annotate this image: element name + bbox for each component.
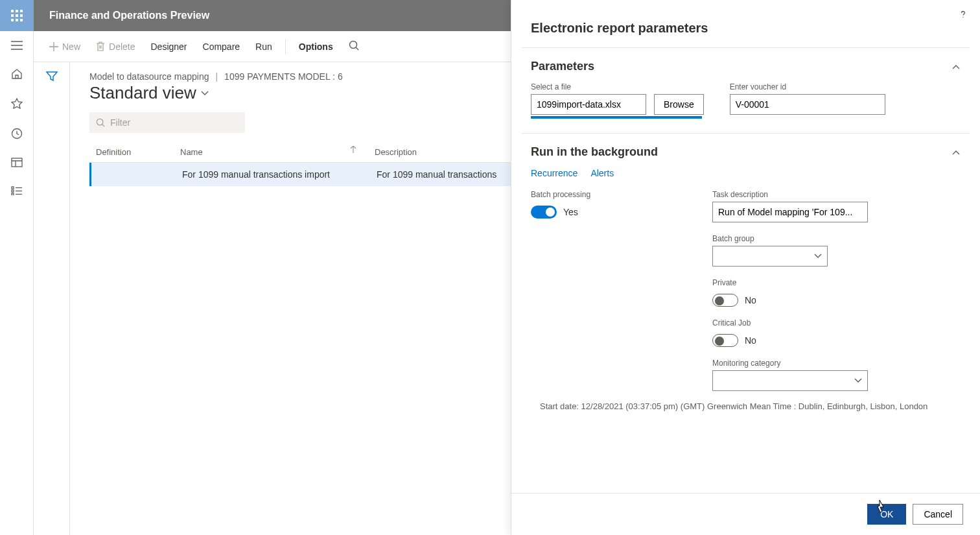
sort-ascending-icon xyxy=(350,146,356,154)
delete-label: Delete xyxy=(109,42,135,52)
run-label: Run xyxy=(255,42,272,52)
hamburger-icon[interactable] xyxy=(11,41,23,50)
batch-processing-toggle[interactable] xyxy=(531,206,557,219)
voucher-label: Enter voucher id xyxy=(730,82,885,91)
svg-rect-3 xyxy=(12,190,14,192)
clock-icon[interactable] xyxy=(11,128,23,139)
star-icon[interactable] xyxy=(11,98,23,110)
section-background: Run in the background Recurrence Alerts … xyxy=(522,133,970,425)
ok-button[interactable]: OK xyxy=(867,504,906,525)
recurrence-link[interactable]: Recurrence xyxy=(531,168,578,178)
page-search-button[interactable] xyxy=(342,36,366,56)
compare-button[interactable]: Compare xyxy=(196,38,247,56)
cancel-button[interactable]: Cancel xyxy=(913,504,963,525)
critical-job-toggle[interactable] xyxy=(712,334,738,347)
svg-point-6 xyxy=(97,119,103,125)
run-button[interactable]: Run xyxy=(249,38,279,56)
batch-group-label: Batch group xyxy=(712,234,961,243)
options-button[interactable]: Options xyxy=(292,38,340,56)
dialog-title: Electronic report parameters xyxy=(511,0,980,47)
dialog-footer: OK Cancel xyxy=(511,493,980,535)
cell-definition xyxy=(91,163,176,186)
alerts-link[interactable]: Alerts xyxy=(590,168,614,178)
app-title: Finance and Operations Preview xyxy=(34,10,209,21)
column-header-name[interactable]: Name xyxy=(174,142,368,162)
filter-column xyxy=(34,62,70,535)
browse-button[interactable]: Browse xyxy=(654,94,704,115)
cell-name: For 1099 manual transactions import xyxy=(176,163,370,186)
dialog-panel: Electronic report parameters Parameters … xyxy=(511,0,980,535)
options-label: Options xyxy=(299,42,333,52)
chevron-down-icon xyxy=(854,378,862,383)
search-icon xyxy=(349,40,359,51)
breadcrumb-item[interactable]: Model to datasource mapping xyxy=(89,71,209,82)
plus-icon xyxy=(49,42,58,51)
search-icon xyxy=(96,118,105,127)
select-file-label: Select a file xyxy=(531,82,704,91)
private-toggle[interactable] xyxy=(712,294,738,307)
modules-icon[interactable] xyxy=(11,186,23,195)
chevron-down-icon xyxy=(814,254,822,259)
private-label: Private xyxy=(712,278,961,287)
section-parameters-title: Parameters xyxy=(531,60,594,73)
svg-rect-2 xyxy=(12,187,14,189)
svg-point-5 xyxy=(349,42,356,49)
waffle-icon xyxy=(11,10,23,21)
compare-label: Compare xyxy=(203,42,240,52)
breadcrumb-item: 1099 PAYMENTS MODEL : 6 xyxy=(224,71,343,82)
critical-job-state: No xyxy=(745,335,756,346)
task-description-input[interactable] xyxy=(712,202,868,222)
batch-group-select[interactable] xyxy=(712,246,828,267)
new-label: New xyxy=(62,42,80,52)
section-parameters: Parameters Select a file Browse xyxy=(522,47,970,133)
batch-processing-state: Yes xyxy=(563,207,578,217)
monitoring-category-select[interactable] xyxy=(712,370,868,391)
upload-progress-bar xyxy=(531,116,702,119)
designer-button[interactable]: Designer xyxy=(144,38,193,56)
breadcrumb-separator: | xyxy=(215,71,218,82)
critical-job-label: Critical Job xyxy=(712,318,961,327)
help-icon[interactable] xyxy=(958,9,968,19)
monitoring-category-label: Monitoring category xyxy=(712,359,961,368)
designer-label: Designer xyxy=(150,42,187,52)
batch-processing-label: Batch processing xyxy=(531,190,680,199)
chevron-up-icon[interactable] xyxy=(951,149,961,156)
chevron-down-icon xyxy=(200,90,209,97)
action-separator xyxy=(285,39,286,54)
start-date-text: Start date: 12/28/2021 (03:37:05 pm) (GM… xyxy=(531,401,961,411)
filter-input[interactable]: Filter xyxy=(89,112,245,133)
funnel-icon[interactable] xyxy=(46,71,58,535)
delete-button[interactable]: Delete xyxy=(89,38,141,56)
svg-point-7 xyxy=(962,17,963,18)
task-description-label: Task description xyxy=(712,190,961,199)
private-state: No xyxy=(745,295,756,305)
nav-rail xyxy=(0,31,34,535)
new-button[interactable]: New xyxy=(43,38,87,56)
app-launcher-button[interactable] xyxy=(0,0,34,31)
home-icon[interactable] xyxy=(11,68,23,80)
trash-icon xyxy=(96,42,105,51)
workspace-icon[interactable] xyxy=(11,158,23,168)
column-header-definition[interactable]: Definition xyxy=(89,142,174,162)
svg-rect-1 xyxy=(12,158,22,167)
file-input[interactable] xyxy=(531,94,646,115)
svg-rect-4 xyxy=(12,193,14,195)
view-title-label: Standard view xyxy=(89,83,196,103)
filter-placeholder: Filter xyxy=(110,117,130,128)
voucher-input[interactable] xyxy=(730,94,885,115)
section-background-title: Run in the background xyxy=(531,145,658,159)
chevron-up-icon[interactable] xyxy=(951,64,961,70)
column-header-name-label: Name xyxy=(180,147,203,157)
